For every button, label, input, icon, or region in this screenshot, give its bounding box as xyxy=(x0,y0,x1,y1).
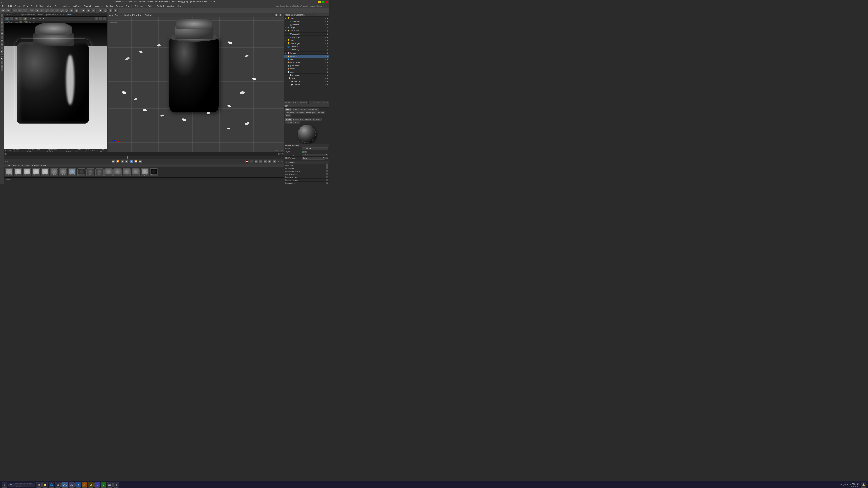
render-settings[interactable]: ⚙ xyxy=(92,8,96,13)
menu-edit[interactable]: Edit xyxy=(7,4,13,8)
mat-texture[interactable]: Texture xyxy=(41,164,48,167)
props-tab-user[interactable]: User Data xyxy=(298,101,309,104)
step-back[interactable]: ⏪ xyxy=(116,160,119,163)
material-item-12[interactable]: Mat.2 xyxy=(114,168,122,176)
mat-material[interactable]: Material xyxy=(32,164,39,167)
timeline-ruler[interactable]: 0 300 F xyxy=(4,153,284,156)
layer-link[interactable]: ⊡ xyxy=(305,151,307,153)
vp3d-menu-display[interactable]: Display xyxy=(124,14,131,16)
brdf-link[interactable]: ⊡ xyxy=(326,157,328,159)
scene-item-cylinder[interactable]: ▼ ⬤ Cylinder ● ▣ xyxy=(284,80,329,83)
menu-octane[interactable]: Octane xyxy=(147,4,156,8)
mat-subtab-common[interactable]: Common xyxy=(285,121,293,124)
node-anisotropy[interactable]: Anisotropy - ⊡ xyxy=(285,176,329,179)
scene-tabs-edit[interactable]: Edit xyxy=(291,14,295,16)
render-region[interactable]: ⊞ xyxy=(87,8,91,13)
rough-link[interactable]: ⊡ xyxy=(326,173,328,175)
menu-window[interactable]: Window xyxy=(166,4,176,8)
go-to-end[interactable]: ⏭ xyxy=(139,160,142,163)
scene-item-camera03[interactable]: 📷 camera03 ● ▣ xyxy=(284,23,329,26)
menu-tracker[interactable]: Tracker xyxy=(115,4,124,8)
scene-tabs-user-data[interactable]: User Data xyxy=(296,14,305,16)
material-item-4[interactable]: OctaSe xyxy=(41,168,49,176)
uvw-mode[interactable]: ⊛ xyxy=(114,8,118,13)
mat-tab-roughness[interactable]: Roughness xyxy=(285,111,295,114)
settings-btn[interactable]: ⚙ xyxy=(273,160,276,163)
mat-tab-bump[interactable]: Bump xyxy=(285,114,291,117)
tool-spline[interactable]: 〜 xyxy=(0,36,4,39)
scene-tabs-mode[interactable]: Mode xyxy=(285,14,290,16)
menu-animate[interactable]: Animate xyxy=(94,4,104,8)
timeline-track-ruler[interactable] xyxy=(6,153,278,155)
node-sheen[interactable]: Sheen layer - ⊡ xyxy=(285,179,329,182)
menu-render[interactable]: Render xyxy=(124,4,134,8)
material-item-16[interactable]: Phys.10 xyxy=(150,168,158,176)
scene-item-octanesky[interactable]: ☁ OctaneSky ● ▣ xyxy=(284,48,329,52)
tool-soft[interactable]: ◎ xyxy=(0,65,4,68)
menu-mesh[interactable]: Mesh xyxy=(46,4,53,8)
tool-paint[interactable]: ✏ xyxy=(0,29,4,32)
record-btn[interactable]: ⏺ xyxy=(246,160,249,163)
next-marker[interactable]: ▷ xyxy=(264,160,267,163)
mat-tab-specular-map[interactable]: Specular map xyxy=(307,108,319,111)
scene-item-stage[interactable]: ▶ 🎭 Stage ● ▣ xyxy=(284,26,329,29)
scene-item-cylinder1[interactable]: ▼ ⬤ Cylinder.1 ● ▣ xyxy=(284,74,329,77)
keyframe-track[interactable] xyxy=(4,156,284,159)
lv-menu-materials[interactable]: Materials xyxy=(27,14,35,16)
menu-simulate[interactable]: Simulate xyxy=(104,4,115,8)
vp3d-menu-panel[interactable]: Panel xyxy=(138,14,143,16)
menu-volume[interactable]: Volume xyxy=(62,4,71,8)
undo-button[interactable]: ↩ xyxy=(1,8,5,13)
node-specular-map[interactable]: Specular map - ⊡ xyxy=(285,170,329,173)
scene-item-cover[interactable]: 📦 cover ● ▣ xyxy=(284,67,329,70)
vp3d-menu-filter[interactable]: Filter xyxy=(132,14,137,16)
tool-rotate[interactable]: ↻ xyxy=(0,25,4,28)
lv-menu-objects[interactable]: Objects xyxy=(20,14,26,16)
mat-subtab-ior[interactable]: IOR mode xyxy=(312,118,322,121)
sheen-link[interactable]: ⊡ xyxy=(326,179,328,181)
scene-item-octanelight[interactable]: 💡 OctaneLight ● ▣ xyxy=(284,42,329,45)
lv-menu-edit[interactable]: Edit xyxy=(9,14,12,16)
node-film[interactable]: Film layer - ⊡ xyxy=(285,182,329,184)
redo-button[interactable]: ↪ xyxy=(6,8,10,13)
material-item-3[interactable]: OctaVi xyxy=(32,168,40,176)
mat-tab-diffuse[interactable]: Diffuse xyxy=(291,108,298,111)
scene-item-background[interactable]: 🎨 Background ● ▣ xyxy=(284,61,329,64)
mat-edit[interactable]: Edit xyxy=(13,164,17,167)
rect-select[interactable]: ⊟ xyxy=(40,8,44,13)
menu-select[interactable]: Select xyxy=(30,4,38,8)
material-item-13[interactable]: Mat.3 xyxy=(123,168,131,176)
tool-scale[interactable]: ⊡ xyxy=(0,21,4,24)
vp3d-menu-view[interactable]: View xyxy=(109,14,113,16)
material-item-11[interactable]: Mat.4 xyxy=(104,168,113,176)
scene-item-light1[interactable]: ▶ 💡 Light.1 ● ▣ xyxy=(284,17,329,20)
tool-select[interactable]: ▲ xyxy=(0,14,4,17)
render-view[interactable] xyxy=(4,24,107,149)
render-queue[interactable]: ▷ xyxy=(254,160,258,163)
scene-item-glass-bottle[interactable]: 🫙 glass bottle ● ▣ xyxy=(284,64,329,67)
lv-menu-help[interactable]: Help xyxy=(53,14,56,16)
lv-menu-options[interactable]: Options xyxy=(45,14,51,16)
lv-menu-compare[interactable]: Compare xyxy=(36,14,43,16)
render-btn[interactable]: ▶ xyxy=(82,8,86,13)
specular-link[interactable]: ⊡ xyxy=(326,167,328,169)
move-tool[interactable]: X xyxy=(13,8,17,13)
select-object[interactable]: ⊹ xyxy=(30,8,34,13)
props-tab-node[interactable]: Node xyxy=(284,101,291,104)
mat-subtab-normal[interactable]: Normal xyxy=(285,118,292,121)
stop[interactable]: ■ xyxy=(125,160,128,163)
props-tab-edit[interactable]: Edit xyxy=(291,101,298,104)
node-diffuse[interactable]: Diffuse - ⊡ xyxy=(285,164,329,167)
lv-zoom-out[interactable]: - xyxy=(99,17,102,20)
node-specular[interactable]: Specular - ⊡ xyxy=(285,167,329,170)
maximize-button[interactable] xyxy=(322,1,324,3)
scene-item-blanche[interactable]: ▼ 📁 Blanche ● ▣ xyxy=(284,55,329,58)
add-marker[interactable]: + xyxy=(268,160,271,163)
tool-extra[interactable]: ⊛ xyxy=(0,68,4,71)
mattype-dropdown[interactable]: Metallic ▼ xyxy=(302,154,328,156)
material-item-6[interactable]: Mat.1 xyxy=(59,168,67,176)
3d-canvas[interactable]: Perspective xyxy=(107,17,284,152)
material-item-15[interactable]: Phys.0 xyxy=(141,168,149,176)
tool-sculpt[interactable]: ◑ xyxy=(0,32,4,35)
tool-btn-7[interactable]: ⬡ xyxy=(60,8,64,13)
